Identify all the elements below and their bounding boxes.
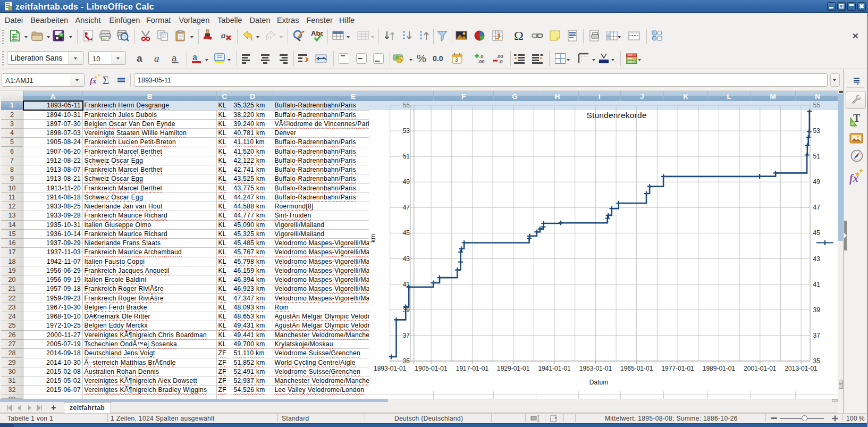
svg-text:.00: .00 — [496, 54, 503, 59]
svg-text:1929-01-01: 1929-01-01 — [497, 365, 530, 372]
svg-text:Ω: Ω — [514, 29, 524, 42]
svg-text:a: a — [154, 53, 159, 64]
svg-text:1977-01-01: 1977-01-01 — [661, 365, 694, 372]
svg-text:51: 51 — [813, 153, 821, 160]
svg-text:a: a — [172, 53, 177, 63]
svg-text:1917-01-01: 1917-01-01 — [456, 365, 489, 372]
svg-text:37: 37 — [813, 332, 821, 339]
svg-text:Datum: Datum — [589, 379, 608, 386]
svg-text:0.0: 0.0 — [433, 54, 443, 63]
svg-text:43: 43 — [403, 255, 410, 263]
svg-text:39: 39 — [813, 306, 821, 314]
svg-text:45: 45 — [813, 229, 821, 237]
svg-text:Σ: Σ — [103, 74, 109, 86]
svg-text:a: a — [137, 53, 142, 64]
svg-text:1893-01-01: 1893-01-01 — [374, 365, 407, 372]
svg-text:Stundenrekorde: Stundenrekorde — [586, 111, 646, 120]
svg-text:a: a — [192, 53, 197, 62]
svg-text:1953-01-01: 1953-01-01 — [579, 365, 612, 372]
svg-text:45: 45 — [403, 229, 410, 237]
svg-text:53: 53 — [813, 127, 821, 135]
svg-text:1965-01-01: 1965-01-01 — [620, 365, 653, 372]
svg-text:km: km — [369, 234, 377, 242]
svg-text:37: 37 — [403, 332, 410, 339]
svg-text:a: a — [221, 30, 226, 40]
svg-text:47: 47 — [403, 204, 410, 211]
svg-text:Abc: Abc — [311, 29, 323, 37]
svg-text:.00: .00 — [478, 59, 485, 64]
svg-text:2001-01-01: 2001-01-01 — [744, 365, 777, 372]
svg-text:49: 49 — [813, 178, 821, 186]
svg-text:3: 3 — [455, 57, 458, 63]
svg-text:T: T — [853, 112, 861, 124]
svg-text:*: * — [555, 416, 557, 421]
svg-text:47: 47 — [813, 204, 821, 211]
svg-text:1905-01-01: 1905-01-01 — [415, 365, 448, 372]
svg-text:1989-01-01: 1989-01-01 — [703, 365, 736, 372]
svg-text:53: 53 — [403, 127, 410, 135]
svg-text:%: % — [417, 53, 426, 64]
svg-text:49: 49 — [403, 178, 410, 186]
svg-text:.0: .0 — [499, 59, 503, 64]
svg-text:51: 51 — [403, 153, 410, 160]
svg-text:43: 43 — [813, 255, 821, 263]
svg-text:35: 35 — [813, 357, 821, 365]
svg-text:.0: .0 — [479, 54, 484, 59]
svg-text:41: 41 — [813, 281, 821, 288]
svg-text:1941-01-01: 1941-01-01 — [538, 365, 571, 372]
svg-text:2013-01-01: 2013-01-01 — [785, 365, 818, 372]
